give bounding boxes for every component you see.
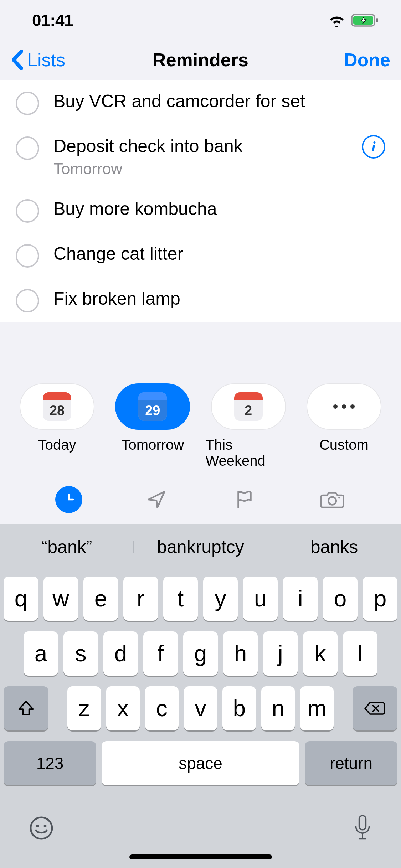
date-chip-custom[interactable]: [307, 383, 381, 430]
calendar-icon: 29: [138, 392, 167, 421]
key-w[interactable]: w: [43, 577, 78, 621]
more-icon: [333, 404, 355, 409]
key-z[interactable]: z: [67, 686, 101, 730]
reminder-title: Buy more kombucha: [53, 198, 390, 220]
chevron-left-icon: [11, 49, 25, 71]
emoji-button[interactable]: [29, 815, 54, 842]
reminder-title: Fix broken lamp: [53, 288, 390, 310]
location-arrow-icon: [146, 489, 167, 510]
back-button[interactable]: Lists: [11, 49, 65, 71]
reminder-item[interactable]: Buy VCR and camcorder for set: [0, 80, 401, 125]
emoji-icon: [29, 815, 54, 841]
back-label: Lists: [27, 49, 65, 71]
reminder-complete-toggle[interactable]: [16, 136, 39, 160]
camera-icon: [320, 489, 344, 510]
reminder-subtitle: Tomorrow: [53, 160, 355, 178]
space-key[interactable]: space: [102, 741, 299, 785]
svg-point-5: [338, 497, 340, 499]
reminder-item[interactable]: Deposit check into bank Tomorrow i: [0, 125, 401, 188]
key-r[interactable]: r: [123, 577, 158, 621]
status-time: 01:41: [32, 11, 73, 30]
location-tool-button[interactable]: [143, 486, 170, 513]
calendar-icon: 2: [234, 392, 263, 421]
key-row: 123 space return: [4, 741, 397, 785]
quick-toolbar: 28 Today 29 Tomorrow 2: [0, 369, 401, 524]
key-h[interactable]: h: [223, 631, 258, 676]
microphone-icon: [353, 814, 372, 842]
reminder-item[interactable]: Fix broken lamp: [0, 278, 401, 322]
key-y[interactable]: y: [203, 577, 238, 621]
wifi-icon: [328, 13, 346, 27]
reminder-complete-toggle[interactable]: [16, 199, 39, 223]
key-b[interactable]: b: [222, 686, 256, 730]
key-g[interactable]: g: [183, 631, 218, 676]
page-title: Reminders: [153, 49, 248, 71]
date-chip-tomorrow[interactable]: 29: [115, 383, 190, 430]
key-v[interactable]: v: [184, 686, 217, 730]
suggestion[interactable]: “bank”: [0, 537, 134, 557]
chip-label: Tomorrow: [122, 437, 184, 453]
suggestion[interactable]: banks: [267, 537, 401, 557]
key-row: asdfghjkl: [4, 631, 397, 676]
svg-point-6: [31, 817, 52, 839]
numeric-key[interactable]: 123: [4, 741, 96, 785]
key-u[interactable]: u: [243, 577, 278, 621]
key-n[interactable]: n: [261, 686, 295, 730]
reminder-title: Change cat litter: [53, 243, 390, 265]
status-icons: [328, 13, 380, 27]
key-q[interactable]: q: [4, 577, 38, 621]
date-chip-weekend[interactable]: 2: [211, 383, 286, 430]
dictation-button[interactable]: [353, 814, 372, 844]
home-indicator[interactable]: [129, 854, 272, 859]
flag-icon: [234, 489, 255, 510]
reminder-item[interactable]: Change cat litter: [0, 233, 401, 278]
backspace-key[interactable]: [353, 686, 397, 730]
done-button[interactable]: Done: [344, 49, 390, 71]
reminder-item[interactable]: Buy more kombucha: [0, 188, 401, 233]
reminder-complete-toggle[interactable]: [16, 289, 39, 312]
key-o[interactable]: o: [323, 577, 358, 621]
key-row: qwertyuiop: [4, 577, 397, 621]
status-bar: 01:41: [0, 0, 401, 40]
key-d[interactable]: d: [103, 631, 138, 676]
key-m[interactable]: m: [300, 686, 334, 730]
key-c[interactable]: c: [145, 686, 179, 730]
suggestion[interactable]: bankruptcy: [134, 537, 267, 557]
clock-icon: [60, 491, 77, 508]
return-key[interactable]: return: [305, 741, 397, 785]
shift-key[interactable]: [4, 686, 48, 730]
key-x[interactable]: x: [106, 686, 140, 730]
key-f[interactable]: f: [143, 631, 178, 676]
svg-point-8: [44, 825, 47, 827]
backspace-icon: [364, 700, 386, 717]
key-row: zxcvbnm: [4, 686, 397, 730]
keyboard-suggestions: “bank” bankruptcy banks: [0, 524, 401, 570]
svg-point-7: [36, 825, 39, 827]
info-icon[interactable]: i: [362, 135, 385, 159]
calendar-icon: 28: [43, 392, 71, 421]
svg-rect-9: [359, 816, 366, 830]
key-k[interactable]: k: [303, 631, 338, 676]
reminder-title: Buy VCR and camcorder for set: [53, 90, 390, 113]
reminder-title: Deposit check into bank: [53, 135, 355, 157]
date-chip-today[interactable]: 28: [20, 383, 94, 430]
key-l[interactable]: l: [343, 631, 377, 676]
reminder-complete-toggle[interactable]: [16, 92, 39, 115]
flag-tool-button[interactable]: [231, 486, 258, 513]
camera-tool-button[interactable]: [319, 486, 346, 513]
chip-label: This Weekend: [206, 437, 291, 469]
time-tool-button[interactable]: [55, 486, 82, 513]
key-p[interactable]: p: [363, 577, 397, 621]
nav-bar: Lists Reminders Done: [0, 40, 401, 80]
chip-label: Custom: [319, 437, 369, 453]
reminder-complete-toggle[interactable]: [16, 244, 39, 268]
key-a[interactable]: a: [24, 631, 58, 676]
key-j[interactable]: j: [263, 631, 298, 676]
key-i[interactable]: i: [283, 577, 318, 621]
shift-icon: [16, 699, 36, 718]
key-t[interactable]: t: [163, 577, 198, 621]
key-s[interactable]: s: [63, 631, 98, 676]
battery-charging-icon: [351, 13, 380, 27]
key-e[interactable]: e: [83, 577, 118, 621]
chip-label: Today: [38, 437, 76, 453]
